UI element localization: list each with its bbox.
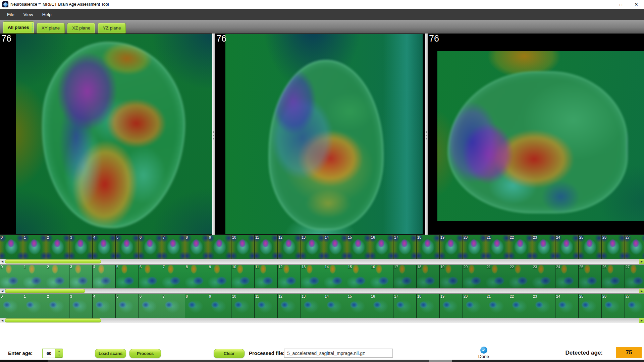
thumbnail-xy-14[interactable]: 14 bbox=[324, 235, 347, 259]
thumbnail-yz-2[interactable]: 2 bbox=[46, 294, 69, 318]
thumbnail-xy-25[interactable]: 25 bbox=[579, 235, 601, 259]
process-button[interactable]: Process bbox=[129, 349, 161, 358]
thumbnail-yz-14[interactable]: 14 bbox=[324, 294, 347, 318]
close-button[interactable]: × bbox=[629, 0, 644, 9]
thumbnail-yz-15[interactable]: 15 bbox=[347, 294, 370, 318]
viewport-xy-axial[interactable]: 76 bbox=[0, 34, 212, 235]
thumbnail-xz-24[interactable]: 24 bbox=[555, 265, 578, 288]
thumbnail-yz-20[interactable]: 20 bbox=[463, 294, 486, 318]
filmstrip-xy-scrollbar[interactable]: ◀ ▶ bbox=[0, 259, 644, 264]
thumbnail-xy-4[interactable]: 4 bbox=[93, 235, 115, 259]
viewport-yz-sagittal[interactable]: 76 bbox=[428, 34, 644, 235]
thumbnail-xy-27[interactable]: 27 bbox=[625, 235, 644, 259]
thumbnail-xz-26[interactable]: 26 bbox=[602, 265, 625, 288]
minimize-button[interactable]: — bbox=[598, 0, 613, 9]
thumbnail-xy-0[interactable]: 0 bbox=[0, 235, 23, 259]
thumbnail-xz-17[interactable]: 17 bbox=[393, 265, 416, 288]
thumbnail-xy-21[interactable]: 21 bbox=[486, 235, 509, 259]
thumbnail-xy-18[interactable]: 18 bbox=[417, 235, 439, 259]
thumbnail-xy-2[interactable]: 2 bbox=[46, 235, 69, 259]
thumbnail-xz-6[interactable]: 6 bbox=[139, 265, 162, 288]
enter-age-input[interactable] bbox=[42, 349, 56, 358]
thumbnail-xy-8[interactable]: 8 bbox=[185, 235, 208, 259]
thumbnail-xy-3[interactable]: 3 bbox=[69, 235, 92, 259]
thumbnail-xy-12[interactable]: 12 bbox=[278, 235, 301, 259]
menu-item-view[interactable]: View bbox=[20, 11, 36, 18]
thumbnail-yz-19[interactable]: 19 bbox=[440, 294, 463, 318]
thumbnail-xy-1[interactable]: 1 bbox=[23, 235, 46, 259]
viewport-xz-coronal[interactable]: 76 bbox=[215, 34, 425, 235]
thumbnail-xz-8[interactable]: 8 bbox=[185, 265, 208, 288]
thumbnail-xz-3[interactable]: 3 bbox=[69, 265, 92, 288]
thumbnail-xy-24[interactable]: 24 bbox=[555, 235, 578, 259]
menu-item-file[interactable]: File bbox=[4, 11, 17, 18]
thumbnail-xz-23[interactable]: 23 bbox=[532, 265, 555, 288]
thumbnail-xy-26[interactable]: 26 bbox=[602, 235, 625, 259]
tab-yz-plane[interactable]: YZ plane bbox=[98, 23, 126, 34]
load-scans-button[interactable]: Load scans bbox=[95, 349, 126, 358]
thumbnail-xz-25[interactable]: 25 bbox=[579, 265, 601, 288]
scrollbar-thumb[interactable] bbox=[5, 318, 101, 322]
thumbnail-xy-22[interactable]: 22 bbox=[509, 235, 532, 259]
thumbnail-yz-4[interactable]: 4 bbox=[93, 294, 115, 318]
thumbnail-xz-10[interactable]: 10 bbox=[231, 265, 254, 288]
thumbnail-xz-20[interactable]: 20 bbox=[463, 265, 486, 288]
thumbnail-xz-5[interactable]: 5 bbox=[116, 265, 139, 288]
clear-button[interactable]: Clear bbox=[214, 349, 245, 358]
thumbnail-yz-24[interactable]: 24 bbox=[555, 294, 578, 318]
scrollbar-thumb[interactable] bbox=[5, 289, 85, 293]
thumbnail-xy-9[interactable]: 9 bbox=[208, 235, 231, 259]
thumbnail-yz-6[interactable]: 6 bbox=[139, 294, 162, 318]
scroll-left-button[interactable]: ◀ bbox=[0, 259, 5, 264]
splitter-handle[interactable] bbox=[212, 34, 215, 235]
thumbnail-yz-8[interactable]: 8 bbox=[185, 294, 208, 318]
thumbnail-yz-22[interactable]: 22 bbox=[509, 294, 532, 318]
thumbnail-xz-2[interactable]: 2 bbox=[46, 265, 69, 288]
thumbnail-xz-11[interactable]: 11 bbox=[255, 265, 277, 288]
thumbnail-yz-12[interactable]: 12 bbox=[278, 294, 301, 318]
tab-all-planes[interactable]: All planes bbox=[3, 21, 34, 34]
thumbnail-xy-5[interactable]: 5 bbox=[116, 235, 139, 259]
thumbnail-xy-17[interactable]: 17 bbox=[393, 235, 416, 259]
thumbnail-xy-13[interactable]: 13 bbox=[301, 235, 324, 259]
tab-xy-plane[interactable]: XY plane bbox=[37, 23, 65, 34]
scroll-right-button[interactable]: ▶ bbox=[639, 318, 644, 323]
thumbnail-xy-6[interactable]: 6 bbox=[139, 235, 162, 259]
thumbnail-xz-15[interactable]: 15 bbox=[347, 265, 370, 288]
thumbnail-xz-13[interactable]: 13 bbox=[301, 265, 324, 288]
thumbnail-yz-1[interactable]: 1 bbox=[23, 294, 46, 318]
thumbnail-yz-26[interactable]: 26 bbox=[602, 294, 625, 318]
thumbnail-yz-10[interactable]: 10 bbox=[231, 294, 254, 318]
thumbnail-xz-14[interactable]: 14 bbox=[324, 265, 347, 288]
thumbnail-yz-13[interactable]: 13 bbox=[301, 294, 324, 318]
thumbnail-xz-0[interactable]: 0 bbox=[0, 265, 23, 288]
thumbnail-yz-0[interactable]: 0 bbox=[0, 294, 23, 318]
thumbnail-xy-20[interactable]: 20 bbox=[463, 235, 486, 259]
scrollbar-thumb[interactable] bbox=[5, 259, 101, 263]
thumbnail-yz-25[interactable]: 25 bbox=[579, 294, 601, 318]
thumbnail-xy-16[interactable]: 16 bbox=[370, 235, 393, 259]
maximize-button[interactable]: □ bbox=[613, 0, 629, 9]
thumbnail-xy-19[interactable]: 19 bbox=[440, 235, 463, 259]
scroll-left-button[interactable]: ◀ bbox=[0, 318, 5, 323]
spin-down-button[interactable]: ▼ bbox=[55, 353, 63, 358]
thumbnail-xy-23[interactable]: 23 bbox=[532, 235, 555, 259]
splitter-handle[interactable] bbox=[425, 34, 428, 235]
thumbnail-yz-18[interactable]: 18 bbox=[417, 294, 439, 318]
thumbnail-xz-22[interactable]: 22 bbox=[509, 265, 532, 288]
filmstrip-yz-scrollbar[interactable]: ◀ ▶ bbox=[0, 318, 644, 323]
thumbnail-xz-18[interactable]: 18 bbox=[417, 265, 439, 288]
thumbnail-yz-27[interactable]: 27 bbox=[625, 294, 644, 318]
thumbnail-yz-21[interactable]: 21 bbox=[486, 294, 509, 318]
spin-up-button[interactable]: ▲ bbox=[55, 349, 63, 353]
thumbnail-xy-15[interactable]: 15 bbox=[347, 235, 370, 259]
thumbnail-yz-5[interactable]: 5 bbox=[116, 294, 139, 318]
thumbnail-xy-7[interactable]: 7 bbox=[162, 235, 185, 259]
thumbnail-xy-10[interactable]: 10 bbox=[231, 235, 254, 259]
thumbnail-xz-12[interactable]: 12 bbox=[278, 265, 301, 288]
thumbnail-xz-4[interactable]: 4 bbox=[93, 265, 115, 288]
thumbnail-xz-21[interactable]: 21 bbox=[486, 265, 509, 288]
thumbnail-xy-11[interactable]: 11 bbox=[255, 235, 277, 259]
menu-item-help[interactable]: Help bbox=[39, 11, 55, 18]
scroll-right-button[interactable]: ▶ bbox=[639, 289, 644, 293]
